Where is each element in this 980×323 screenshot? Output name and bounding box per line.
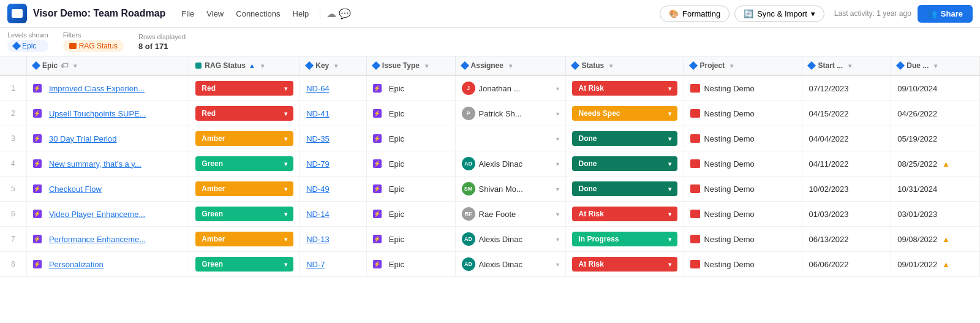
th-issue[interactable]: Issue Type ▾ [366, 56, 455, 75]
rag-icon [195, 63, 202, 69]
key-link[interactable]: ND-79 [306, 159, 330, 169]
filters-group: Filters RAG Status [63, 31, 124, 52]
sync-dropdown-icon: ▾ [811, 9, 815, 18]
status-badge[interactable]: Done ▾ [572, 156, 677, 171]
rag-badge[interactable]: Amber ▾ [195, 181, 293, 196]
avatar: SM [462, 182, 475, 196]
status-dropdown-icon: ▾ [668, 161, 671, 167]
menu-view[interactable]: View [202, 7, 228, 21]
epic-cell: ⚡ Performance Enhanceme... [26, 227, 189, 252]
share-button[interactable]: 👥 Share [918, 5, 973, 23]
cloud-icon[interactable]: ☁ [326, 8, 336, 20]
rag-dropdown-icon: ▾ [284, 211, 287, 218]
start-date: 04/11/2022 [809, 159, 848, 169]
status-badge[interactable]: At Risk ▾ [572, 81, 677, 96]
epic-link[interactable]: Video Player Enhanceme... [49, 210, 145, 219]
project-icon [690, 235, 700, 243]
th-status[interactable]: Status ▾ [566, 56, 684, 75]
key-link[interactable]: ND-13 [306, 235, 330, 244]
issue-type-label: Epic [389, 84, 404, 93]
rag-label: Green [202, 260, 223, 268]
assignee-dropdown[interactable]: ▾ [556, 261, 559, 268]
key-link[interactable]: ND-41 [306, 109, 330, 118]
formatting-button[interactable]: 🎨 Formatting [660, 6, 729, 22]
due-date-cell: 09/08/2022 ▲ [891, 227, 980, 252]
epic-link[interactable]: New summary, that's a y... [49, 159, 141, 169]
issue-type-icon: ⚡ [373, 159, 382, 168]
due-date-cell: 04/26/2022 [891, 101, 980, 126]
assignee-dropdown[interactable]: ▾ [556, 110, 559, 117]
status-dropdown-icon: ▾ [668, 85, 671, 92]
th-project[interactable]: Project ▾ [684, 56, 802, 75]
epic-link[interactable]: Personalization [49, 260, 104, 269]
main-table-container: Epic 🏷 ▾ RAG Status ▲ ▾ [0, 56, 980, 277]
row-number: 5 [0, 177, 26, 202]
th-assignee[interactable]: Assignee ▾ [455, 56, 566, 75]
key-link[interactable]: ND-35 [306, 134, 330, 143]
th-epic[interactable]: Epic 🏷 ▾ [26, 56, 189, 75]
assignee-dropdown[interactable]: ▾ [556, 135, 559, 142]
th-due[interactable]: Due ... ▾ [891, 56, 980, 75]
assignee-dropdown[interactable]: ▾ [556, 161, 559, 167]
warning-triangle-icon: ▲ [942, 260, 950, 269]
key-link[interactable]: ND-7 [306, 260, 325, 269]
status-badge[interactable]: In Progress ▾ [572, 232, 677, 246]
menu-file[interactable]: File [176, 7, 199, 21]
assignee-dropdown[interactable]: ▾ [556, 186, 559, 192]
menu-help[interactable]: Help [288, 7, 314, 21]
rag-col-arrow: ▾ [261, 63, 264, 69]
rag-badge[interactable]: Red ▾ [195, 81, 293, 96]
issue-type-icon: ⚡ [373, 210, 382, 218]
rag-badge[interactable]: Red ▾ [195, 106, 293, 121]
epic-type-icon: ⚡ [33, 134, 42, 143]
th-key[interactable]: Key ▾ [300, 56, 367, 75]
assignee-dropdown[interactable]: ▾ [556, 211, 559, 218]
table-row: 6 ⚡ Video Player Enhanceme... Green ▾ ND… [0, 202, 980, 227]
status-badge[interactable]: Done ▾ [572, 181, 677, 196]
assignee-name: Shivan Mo... [479, 184, 523, 194]
issue-type-label: Epic [389, 109, 404, 118]
assignee-cell: AD Alexis Dinac ▾ [455, 252, 566, 277]
th-start[interactable]: Start ... ▾ [802, 56, 891, 75]
rag-badge[interactable]: Green ▾ [195, 156, 293, 171]
status-badge[interactable]: Done ▾ [572, 131, 677, 146]
status-badge[interactable]: At Risk ▾ [572, 207, 677, 221]
menu-divider [320, 7, 320, 20]
epic-link[interactable]: Improved Class Experien... [49, 84, 145, 93]
assignee-dropdown[interactable]: ▾ [556, 85, 559, 92]
status-badge[interactable]: Needs Spec ▾ [572, 106, 677, 121]
due-date: 05/19/2022 [897, 134, 937, 143]
menu-connections[interactable]: Connections [231, 7, 285, 21]
epic-link[interactable]: 30 Day Trial Period [49, 134, 117, 143]
levels-chip[interactable]: Epic [7, 40, 48, 52]
rag-badge[interactable]: Amber ▾ [195, 131, 293, 146]
key-link[interactable]: ND-14 [306, 210, 330, 219]
epic-type-icon: ⚡ [33, 109, 42, 118]
filters-chip[interactable]: RAG Status [63, 40, 124, 52]
rag-badge[interactable]: Green ▾ [195, 257, 293, 272]
epic-link[interactable]: Upsell Touchpoints SUPE... [49, 109, 146, 118]
rag-label: Amber [202, 235, 225, 243]
issue-diamond [372, 61, 380, 70]
avatar: AD [462, 232, 475, 246]
due-date-cell: 09/10/2024 [891, 75, 980, 101]
sync-button[interactable]: 🔄 Sync & Import ▾ [734, 6, 824, 22]
start-date: 06/06/2022 [809, 260, 848, 269]
th-rag[interactable]: RAG Status ▲ ▾ [189, 56, 300, 75]
avatar: AD [462, 257, 475, 271]
issue-type-icon: ⚡ [373, 235, 382, 243]
key-link[interactable]: ND-49 [306, 184, 330, 194]
status-badge[interactable]: At Risk ▾ [572, 257, 677, 272]
project-cell: Nesting Demo [684, 101, 802, 126]
rag-badge[interactable]: Amber ▾ [195, 232, 293, 246]
assignee-dropdown[interactable]: ▾ [556, 236, 559, 243]
chat-icon[interactable]: 💬 [339, 8, 351, 20]
key-link[interactable]: ND-64 [306, 84, 330, 93]
sub-bar: Levels shown Epic Filters RAG Status Row… [0, 28, 980, 56]
rag-badge[interactable]: Green ▾ [195, 207, 293, 221]
epic-type-icon: ⚡ [33, 210, 42, 218]
start-col-arrow: ▾ [848, 63, 851, 69]
epic-link[interactable]: Checkout Flow [49, 184, 102, 194]
epic-link[interactable]: Performance Enhanceme... [49, 235, 146, 244]
assignee-cell: RF Rae Foote ▾ [455, 202, 566, 227]
